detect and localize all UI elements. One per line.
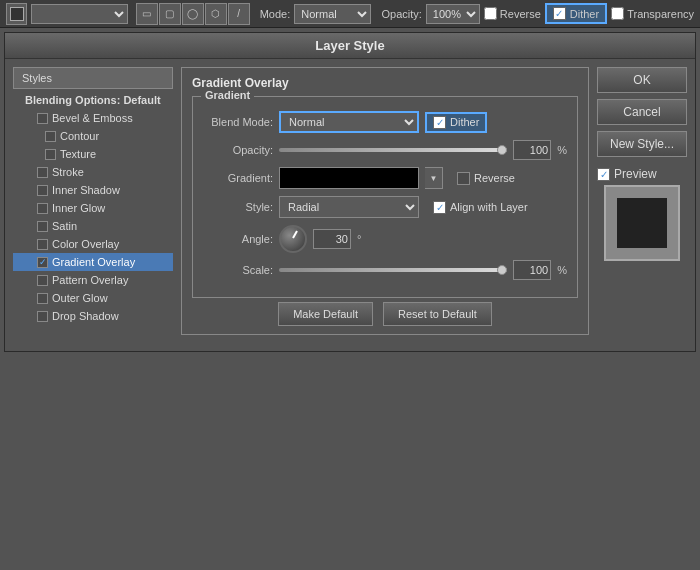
- reverse-label: Reverse: [474, 172, 515, 184]
- dither-label-toolbar: Dither: [570, 8, 599, 20]
- pattern-overlay-checkbox[interactable]: [37, 275, 48, 286]
- cancel-button[interactable]: Cancel: [597, 99, 687, 125]
- sub-panel-legend: Gradient: [201, 89, 254, 101]
- satin-label: Satin: [52, 220, 77, 232]
- dial-marker: [292, 231, 298, 239]
- reset-default-button[interactable]: Reset to Default: [383, 302, 492, 326]
- inner-glow-label: Inner Glow: [52, 202, 105, 214]
- sidebar-item-stroke[interactable]: Stroke: [13, 163, 173, 181]
- dither-checkbox-toolbar[interactable]: ✓: [553, 7, 566, 20]
- dialog-content-area: Gradient Overlay Gradient Blend Mode: No…: [181, 67, 687, 343]
- rect-tool-icon[interactable]: ▭: [136, 3, 158, 25]
- opacity-input[interactable]: [513, 140, 551, 160]
- polygon-icon[interactable]: ⬡: [205, 3, 227, 25]
- toolbar-options: Reverse ✓ Dither Transparency: [484, 3, 694, 24]
- bevel-label: Bevel & Emboss: [52, 112, 133, 124]
- pattern-overlay-label: Pattern Overlay: [52, 274, 128, 286]
- preview-text: Preview: [614, 167, 657, 181]
- outer-glow-checkbox[interactable]: [37, 293, 48, 304]
- reverse-option: Reverse: [457, 172, 515, 185]
- stroke-checkbox[interactable]: [37, 167, 48, 178]
- gradient-overlay-checkbox[interactable]: ✓: [37, 257, 48, 268]
- preview-checkbox[interactable]: ✓: [597, 168, 610, 181]
- satin-checkbox[interactable]: [37, 221, 48, 232]
- line-icon[interactable]: /: [228, 3, 250, 25]
- preview-inner: [617, 198, 667, 248]
- texture-label: Texture: [60, 148, 96, 160]
- sidebar-item-bevel[interactable]: Bevel & Emboss: [13, 109, 173, 127]
- inner-glow-checkbox[interactable]: [37, 203, 48, 214]
- sidebar-item-pattern-overlay[interactable]: Pattern Overlay: [13, 271, 173, 289]
- transparency-option: Transparency: [611, 7, 694, 20]
- gradient-overlay-label: Gradient Overlay: [52, 256, 135, 268]
- gradient-overlay-panel: Gradient Overlay Gradient Blend Mode: No…: [181, 67, 589, 335]
- dialog-title: Layer Style: [5, 33, 695, 59]
- dither-option[interactable]: ✓ Dither: [425, 112, 487, 133]
- blend-mode-row: Blend Mode: Normal ✓ Dither: [203, 111, 567, 133]
- texture-checkbox[interactable]: [45, 149, 56, 160]
- opacity-thumb[interactable]: [497, 145, 507, 155]
- dialog-body: Styles Blending Options: Default Bevel &…: [5, 59, 695, 351]
- ok-button[interactable]: OK: [597, 67, 687, 93]
- sidebar-item-texture[interactable]: Texture: [13, 145, 173, 163]
- scale-label: Scale:: [203, 264, 273, 276]
- contour-label: Contour: [60, 130, 99, 142]
- gradient-label: Gradient:: [203, 172, 273, 184]
- new-style-button[interactable]: New Style...: [597, 131, 687, 157]
- style-label: Style:: [203, 201, 273, 213]
- make-default-button[interactable]: Make Default: [278, 302, 373, 326]
- opacity-select[interactable]: 100%: [426, 4, 480, 24]
- inner-shadow-label: Inner Shadow: [52, 184, 120, 196]
- scale-input[interactable]: [513, 260, 551, 280]
- align-checkbox[interactable]: ✓: [433, 201, 446, 214]
- angle-input[interactable]: [313, 229, 351, 249]
- sidebar-item-drop-shadow[interactable]: Drop Shadow: [13, 307, 173, 325]
- mode-select[interactable]: Normal: [294, 4, 371, 24]
- gradient-dropdown[interactable]: ▼: [425, 167, 443, 189]
- bevel-checkbox[interactable]: [37, 113, 48, 124]
- mode-label: Mode:: [260, 8, 291, 20]
- dither-label: Dither: [450, 116, 479, 128]
- color-overlay-checkbox[interactable]: [37, 239, 48, 250]
- sidebar-item-contour[interactable]: Contour: [13, 127, 173, 145]
- inner-shadow-checkbox[interactable]: [37, 185, 48, 196]
- dither-checkbox[interactable]: ✓: [433, 116, 446, 129]
- reverse-checkbox[interactable]: [484, 7, 497, 20]
- contour-checkbox[interactable]: [45, 131, 56, 142]
- tool-preset-select[interactable]: [31, 4, 127, 24]
- angle-row: Angle: °: [203, 225, 567, 253]
- reverse-checkbox[interactable]: [457, 172, 470, 185]
- sidebar-item-blending[interactable]: Blending Options: Default: [13, 91, 173, 109]
- ellipse-icon[interactable]: ◯: [182, 3, 204, 25]
- preview-section: ✓ Preview: [597, 167, 687, 261]
- sidebar-item-satin[interactable]: Satin: [13, 217, 173, 235]
- rounded-rect-icon[interactable]: ▢: [159, 3, 181, 25]
- scale-thumb[interactable]: [497, 265, 507, 275]
- scale-track: [279, 268, 507, 272]
- blend-mode-select[interactable]: Normal: [279, 111, 419, 133]
- sidebar-item-color-overlay[interactable]: Color Overlay: [13, 235, 173, 253]
- sidebar-item-outer-glow[interactable]: Outer Glow: [13, 289, 173, 307]
- drop-shadow-checkbox[interactable]: [37, 311, 48, 322]
- angle-dial[interactable]: [279, 225, 307, 253]
- bottom-buttons: Make Default Reset to Default: [192, 302, 578, 326]
- sidebar-item-inner-shadow[interactable]: Inner Shadow: [13, 181, 173, 199]
- opacity-track: [279, 148, 507, 152]
- transparency-checkbox[interactable]: [611, 7, 624, 20]
- blending-options-label: Blending Options: Default: [25, 94, 161, 106]
- dither-option-toolbar[interactable]: ✓ Dither: [545, 3, 607, 24]
- sidebar-item-inner-glow[interactable]: Inner Glow: [13, 199, 173, 217]
- gradient-swatch[interactable]: [279, 167, 419, 189]
- opacity-label: Opacity:: [381, 8, 421, 20]
- stroke-label: Stroke: [52, 166, 84, 178]
- reverse-label: Reverse: [500, 8, 541, 20]
- drop-shadow-label: Drop Shadow: [52, 310, 119, 322]
- foreground-swatch[interactable]: [6, 3, 27, 25]
- sidebar-header: Styles: [13, 67, 173, 89]
- style-select[interactable]: Radial: [279, 196, 419, 218]
- scale-slider[interactable]: [279, 268, 507, 272]
- reverse-option: Reverse: [484, 7, 541, 20]
- opacity-row: Opacity: %: [203, 140, 567, 160]
- sidebar-item-gradient-overlay[interactable]: ✓ Gradient Overlay: [13, 253, 173, 271]
- opacity-slider[interactable]: [279, 148, 507, 152]
